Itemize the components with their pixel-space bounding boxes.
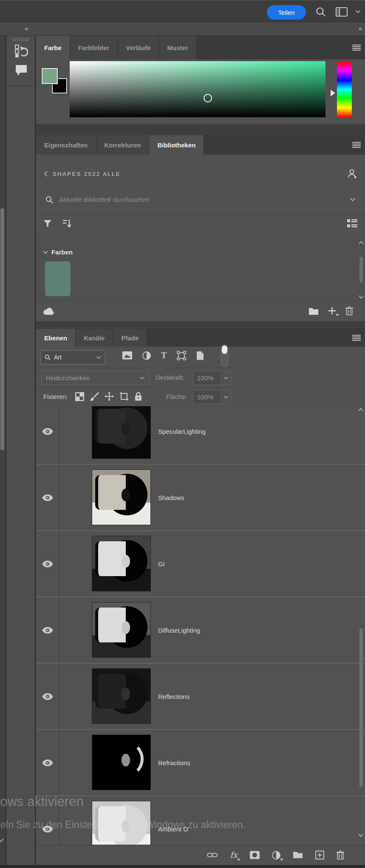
layers-scroll-up[interactable] (358, 408, 364, 411)
layer-row[interactable]: Shadows (36, 465, 365, 531)
new-layer-icon[interactable] (315, 851, 324, 860)
filter-shape-layers-icon[interactable] (177, 351, 186, 360)
chevron-down-icon[interactable] (355, 10, 361, 13)
scrollbar-thumb[interactable] (359, 257, 363, 283)
layers-panel-menu-icon[interactable] (352, 335, 361, 341)
list-view-icon[interactable] (347, 219, 357, 228)
drag-grip-icon[interactable] (13, 38, 29, 42)
layer-visibility-cell[interactable] (36, 465, 59, 530)
eye-icon[interactable] (42, 560, 53, 568)
hue-slider-arrow[interactable] (331, 90, 335, 96)
tab[interactable]: Farbfelder (70, 36, 118, 59)
chevron-icon[interactable] (0, 838, 4, 843)
filter-smart-objects-icon[interactable] (196, 351, 204, 360)
eye-icon[interactable] (42, 826, 53, 833)
tab[interactable]: Muster (159, 36, 197, 59)
layer-thumbnail[interactable] (92, 602, 151, 658)
expand-panels-right-icon[interactable]: » (359, 25, 362, 32)
foreground-background-swatches[interactable] (42, 68, 70, 96)
foreground-color-swatch[interactable] (42, 68, 58, 84)
comments-icon[interactable] (14, 64, 28, 76)
layer-filter-type-dropdown[interactable]: Art (40, 350, 105, 365)
layer-thumbnail[interactable] (92, 469, 151, 525)
tab[interactable]: Eigenschaften (36, 135, 96, 155)
layer-row[interactable]: DiffuseLighting (36, 597, 365, 664)
layer-thumbnail[interactable] (92, 735, 151, 790)
tab[interactable]: Ebenen (36, 329, 76, 347)
fill-value-box[interactable]: 100% (192, 390, 231, 404)
eye-icon[interactable] (42, 693, 53, 700)
vertical-scrollbar-thumb[interactable] (0, 208, 4, 450)
color-group-header[interactable]: Farben (43, 249, 73, 256)
library-color-swatch[interactable] (45, 261, 71, 296)
layer-name[interactable]: Refractions (158, 759, 190, 766)
add-layer-mask-icon[interactable] (250, 851, 260, 859)
tab[interactable]: Verläufe (118, 36, 159, 59)
link-layers-icon[interactable] (207, 852, 218, 858)
layers-scrollbar-thumb[interactable] (359, 628, 363, 787)
add-asset-button[interactable] (328, 307, 336, 315)
color-panel-menu-icon[interactable] (352, 45, 361, 51)
delete-trash-icon[interactable] (345, 306, 353, 315)
layer-name[interactable]: Shadows (158, 494, 184, 501)
layer-visibility-cell[interactable] (36, 531, 59, 597)
layer-row[interactable]: SpecularLighting (36, 406, 365, 465)
eye-icon[interactable] (42, 759, 53, 766)
eye-icon[interactable] (42, 428, 53, 435)
version-history-icon[interactable] (14, 45, 28, 57)
layers-scroll-down[interactable] (358, 834, 364, 837)
hue-spectrum-bar[interactable] (337, 61, 352, 117)
layer-thumbnail[interactable] (92, 536, 151, 591)
layer-visibility-cell[interactable] (36, 796, 59, 845)
layer-name[interactable]: Ambient O (158, 826, 188, 833)
layer-filtering-toggle[interactable] (221, 345, 228, 367)
lock-all-icon[interactable] (135, 392, 142, 401)
color-picker-ring[interactable] (204, 94, 212, 102)
filter-adjustment-layers-icon[interactable] (142, 351, 151, 360)
layer-thumbnail[interactable] (92, 406, 151, 459)
scroll-down-icon[interactable] (359, 295, 364, 299)
filter-funnel-icon[interactable] (44, 220, 51, 227)
eye-icon[interactable] (42, 494, 53, 501)
lock-position-icon[interactable] (105, 392, 114, 401)
opacity-value-box[interactable]: 100% (192, 371, 231, 385)
layer-visibility-cell[interactable] (36, 730, 59, 795)
lock-transparent-pixels-icon[interactable] (75, 392, 84, 401)
new-group-folder-icon[interactable] (308, 307, 319, 315)
tab[interactable]: Kanäle (76, 329, 113, 347)
new-group-icon[interactable] (293, 851, 303, 859)
layer-thumbnail[interactable] (92, 668, 151, 724)
scroll-up-icon[interactable] (359, 241, 364, 244)
search-icon[interactable] (315, 6, 326, 17)
tab[interactable]: Bibliotheken (149, 135, 204, 155)
add-adjustment-layer-button[interactable] (272, 851, 280, 860)
layer-name[interactable]: SpecularLighting (158, 428, 206, 435)
workspace-switcher-icon[interactable] (336, 7, 348, 17)
saturation-brightness-field[interactable] (70, 61, 325, 117)
layer-name[interactable]: Reflections (158, 693, 190, 700)
tab[interactable]: Pfade (113, 329, 147, 347)
layer-name[interactable]: GI (158, 560, 165, 568)
layer-thumbnail[interactable] (92, 801, 151, 845)
collapse-panels-left-icon[interactable]: « (25, 25, 28, 32)
layer-row[interactable]: Reflections (36, 664, 365, 730)
lock-image-pixels-icon[interactable] (90, 392, 99, 401)
filter-pixel-layers-icon[interactable] (122, 351, 132, 359)
filter-type-layers-icon[interactable]: T (161, 351, 167, 360)
layer-visibility-cell[interactable] (36, 406, 59, 464)
sort-icon[interactable] (62, 220, 72, 228)
layer-styles-button[interactable]: fx (230, 851, 238, 860)
tab[interactable]: Farbe (36, 36, 70, 59)
tab[interactable]: Korrekturen (96, 135, 150, 155)
chevron-down-icon[interactable] (350, 198, 356, 201)
back-chevron-icon[interactable] (44, 171, 48, 177)
layer-visibility-cell[interactable] (36, 664, 59, 729)
layer-name[interactable]: DiffuseLighting (158, 627, 200, 634)
layer-row[interactable]: GI (36, 531, 365, 597)
layer-row[interactable]: Refractions (36, 730, 365, 796)
chevron-down-icon[interactable] (221, 390, 231, 404)
invite-person-icon[interactable] (347, 169, 357, 179)
layer-visibility-cell[interactable] (36, 597, 59, 663)
libraries-panel-menu-icon[interactable] (352, 142, 361, 148)
share-button[interactable]: Teilen (267, 5, 306, 20)
